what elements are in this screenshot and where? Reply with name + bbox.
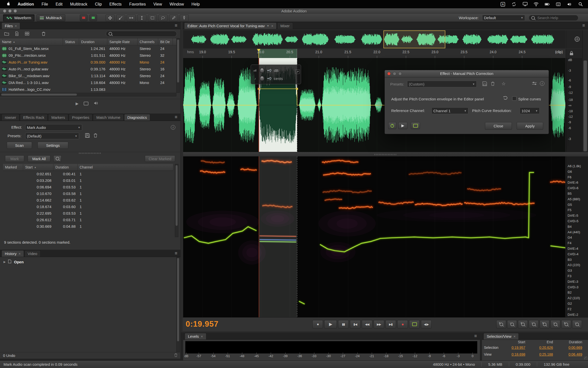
diagnostics-column-header[interactable]: Duration [53, 164, 78, 171]
menubar-item-favorites[interactable]: Favorites [125, 2, 150, 7]
record-button[interactable]: ● [397, 320, 408, 328]
play-button[interactable]: ▶ [324, 320, 337, 328]
tab-files[interactable]: Files × [2, 22, 20, 29]
pitch-curve-resolution-dropdown[interactable]: 1024 ▼ [520, 107, 540, 114]
files-column-header[interactable]: Name▲ [0, 38, 63, 45]
apple-menu-icon[interactable] [3, 2, 14, 7]
dialog-titlebar[interactable]: Effect - Manual Pitch Correction [385, 70, 549, 77]
apply-button[interactable]: Apply [517, 122, 543, 130]
file-row[interactable]: Auto Pi...or Tuning.wav0:39.00048000 HzM… [0, 59, 176, 66]
paintbrush-selection-tool-button[interactable] [169, 15, 178, 21]
preview-play-button[interactable]: ▶ [76, 101, 79, 106]
effect-power-button[interactable] [388, 122, 396, 129]
tab-properties[interactable]: Properties [69, 114, 92, 121]
diagnostics-row[interactable]: 0:26.6120:03.711 [3, 216, 173, 223]
preview-loop-button[interactable] [411, 122, 420, 129]
scrollbar-thumb[interactable] [177, 40, 179, 82]
save-preset-icon[interactable] [85, 133, 90, 138]
lasso-selection-tool-button[interactable] [158, 15, 168, 21]
mark-all-button[interactable]: Mark All [28, 155, 50, 162]
file-row[interactable]: Auto Pi...rect guitar.wav0:39.17648000 H… [0, 66, 176, 72]
menubar-item-multitrack[interactable]: Multitrack [66, 2, 91, 7]
selview-value[interactable]: 0:25.188 [533, 352, 553, 356]
preview-loop-button[interactable] [84, 102, 88, 105]
zoom-navigator-icon[interactable] [574, 36, 580, 43]
delete-preset-icon[interactable] [94, 133, 97, 138]
scrollbar-thumb[interactable] [176, 165, 178, 226]
diagnostics-column-header[interactable]: Channel [78, 164, 173, 171]
hud-volume-value[interactable]: +0 [267, 68, 271, 73]
zoom-out-amplitude-button[interactable]: − [529, 320, 539, 328]
history-panel-menu-icon[interactable]: ≡ [172, 251, 180, 256]
file-row[interactable]: DIA Red... 1-3-10.L.wav1:18.60448000 HzM… [0, 79, 176, 86]
effect-rack-icon[interactable] [532, 81, 537, 86]
zoom-in-amplitude-button[interactable]: + [518, 320, 528, 328]
diagnostics-row[interactable]: 0:30.6690:04.881 [3, 223, 173, 230]
find-marked-button[interactable] [53, 155, 61, 162]
fast-forward-button[interactable]: ▶▶ [374, 320, 384, 328]
menubar-item-view[interactable]: View [150, 2, 166, 7]
selview-value[interactable]: 0:20.626 [533, 346, 553, 350]
close-icon[interactable]: × [19, 252, 21, 256]
open-file-button[interactable] [4, 31, 10, 37]
scan-button[interactable]: Scan [7, 142, 32, 149]
zoom-out-time-button[interactable]: − [507, 320, 517, 328]
spline-curves-checkbox[interactable] [512, 96, 516, 101]
favorite-star-icon[interactable]: ☆ [502, 81, 506, 87]
reference-channel-dropdown[interactable]: Channel 1 ▼ [432, 107, 468, 114]
disclosure-triangle-icon[interactable]: ▶ [4, 260, 6, 264]
tab-levels[interactable]: Levels × [185, 333, 206, 339]
files-column-header[interactable]: Duration [79, 38, 107, 45]
tab-video[interactable]: Video [24, 250, 41, 257]
files-column-header[interactable]: Status [63, 38, 79, 45]
overview-waveform[interactable] [183, 30, 565, 48]
files-column-header[interactable]: Bit De [158, 38, 173, 45]
files-vertical-scrollbar[interactable] [176, 38, 180, 93]
presets-dropdown[interactable]: (Default) ▼ [25, 133, 79, 139]
scrollbar-thumb[interactable] [1, 94, 77, 96]
history-item-open[interactable]: ▶ Open [0, 257, 180, 264]
display-icon[interactable] [522, 2, 528, 7]
tab-diagnostics[interactable]: Diagnostics [124, 114, 150, 121]
skip-to-start-button[interactable]: ▮◀ [350, 320, 361, 328]
sync-icon[interactable] [511, 2, 516, 7]
wifi-icon[interactable] [534, 2, 539, 7]
spot-healing-brush-tool-button[interactable] [180, 15, 189, 21]
workspace-dropdown[interactable]: Default ▼ [482, 15, 525, 21]
input-source-icon[interactable]: A [500, 2, 505, 7]
current-time-display[interactable]: 0:19.957 [186, 320, 218, 329]
file-row[interactable]: Bike_Sf..._mixdown.wav1:13.11448000 HzSt… [0, 72, 176, 79]
close-icon[interactable]: × [271, 24, 273, 28]
tab-mixer[interactable]: Mixer [277, 22, 293, 29]
history-scrollbar[interactable] [176, 257, 180, 352]
editor-panel-menu-icon[interactable]: ≡ [579, 23, 588, 28]
selview-value[interactable]: 0:00.669 [561, 346, 582, 350]
info-icon[interactable]: i [540, 81, 544, 86]
files-column-header[interactable]: Channels [138, 38, 158, 45]
menubar-item-edit[interactable]: Edit [52, 2, 67, 7]
settings-button[interactable]: Settings [38, 142, 68, 149]
dialog-presets-dropdown[interactable]: (Custom) ▼ [407, 81, 477, 87]
import-file-button[interactable] [14, 31, 20, 37]
diagnostics-row[interactable]: 0:18.6740:03.601 [3, 203, 173, 210]
zoom-to-selection-out-button[interactable]: − [550, 320, 560, 328]
preview-play-button[interactable]: ▶ [398, 122, 407, 129]
spotlight-icon[interactable] [578, 2, 583, 7]
multitrack-view-button[interactable]: Multitrack [37, 14, 65, 21]
delete-file-button[interactable] [40, 31, 47, 37]
delete-history-icon[interactable] [174, 353, 177, 358]
volume-knob[interactable] [259, 68, 265, 73]
media-browser-button[interactable] [24, 31, 30, 37]
files-horizontal-scrollbar[interactable] [0, 93, 176, 96]
tab-rowser[interactable]: rowser [2, 114, 19, 121]
razor-tool-button[interactable] [116, 15, 125, 21]
diagnostics-row[interactable]: 0:02.6510:00.411 [3, 171, 173, 177]
tab-selection-view[interactable]: Selection/View × [483, 333, 519, 339]
pitch-knob[interactable] [259, 76, 265, 81]
levels-panel-menu-icon[interactable]: ≡ [471, 333, 480, 339]
help-search-input[interactable] [537, 15, 576, 20]
rewind-button[interactable]: ◀◀ [362, 320, 372, 328]
files-panel-menu-icon[interactable]: ≡ [172, 23, 180, 28]
stop-button[interactable]: ■ [312, 320, 323, 328]
battery-icon[interactable] [545, 2, 550, 7]
